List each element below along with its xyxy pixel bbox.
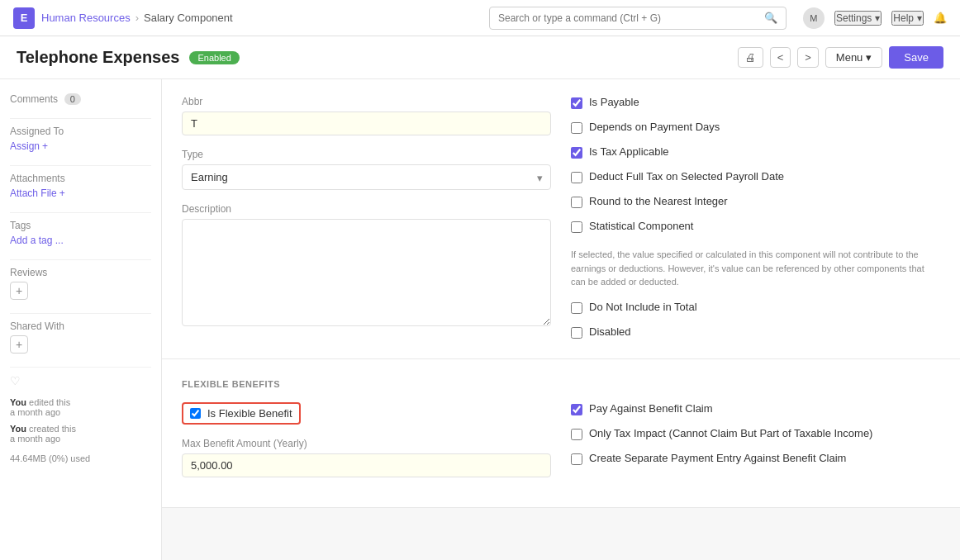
is-flexible-benefit-checkbox[interactable] [190,408,201,419]
flexible-benefits-checkboxes: Pay Against Benefit Claim Only Tax Impac… [571,402,940,465]
round-nearest-label: Round to the Nearest Integer [589,195,728,207]
disabled-item: Disabled [571,325,940,339]
is-payable-label: Is Payable [589,96,639,108]
add-review-button[interactable]: + [10,282,28,300]
is-tax-applicable-item: Is Tax Applicable [571,145,940,159]
only-tax-impact-item: Only Tax Impact (Cannot Claim But Part o… [571,427,940,440]
sidebar-reviews: Reviews + [10,267,151,300]
statistical-component-checkbox[interactable] [571,221,582,233]
max-benefit-label: Max Benefit Amount (Yearly) [182,438,551,449]
type-select-wrapper: Earning Deduction Others ▾ [182,164,551,190]
max-benefit-input[interactable] [182,453,551,477]
statistical-component-note: If selected, the value specified or calc… [571,248,940,289]
abbr-label: Abbr [182,96,551,107]
flexible-benefits-columns: Is Flexible Benefit Max Benefit Amount (… [182,402,940,491]
flexible-benefits-left: Is Flexible Benefit Max Benefit Amount (… [182,402,551,491]
print-button[interactable]: 🖨 [738,47,763,68]
notifications-icon[interactable]: 🔔 [934,12,947,24]
edited-meta: You edited this a month ago [10,397,151,417]
is-payable-checkbox[interactable] [571,97,582,109]
only-tax-impact-label: Only Tax Impact (Cannot Claim But Part o… [589,427,872,439]
abbr-input[interactable] [182,112,551,135]
is-flexible-benefit-group: Is Flexible Benefit [182,402,551,425]
search-bar[interactable]: 🔍 [489,7,787,30]
type-group: Type Earning Deduction Others ▾ [182,149,551,190]
do-not-include-item: Do Not Include in Total [571,301,940,314]
save-button[interactable]: Save [889,46,943,69]
breadcrumb-salary: Salary Component [144,12,233,24]
header-actions: 🖨 < > Menu ▾ Save [738,46,943,69]
attachments-label: Attachments [10,173,151,184]
create-separate-payment-item: Create Separate Payment Entry Against Be… [571,452,940,465]
menu-button[interactable]: Menu ▾ [825,47,883,68]
abbr-group: Abbr [182,96,551,135]
avatar: M [803,7,825,29]
statistical-component-label: Statistical Component [589,220,693,232]
disabled-label: Disabled [589,325,631,338]
storage-meta: 44.64MB (0%) used [10,453,151,463]
flexible-benefits-card: FLEXIBLE BENEFITS Is Flexible Benefit Ma… [162,359,960,508]
comments-label: Comments [10,93,58,105]
reviews-label: Reviews [10,267,151,278]
add-tag-button[interactable]: Add a tag ... [10,235,151,246]
sidebar-attachments: Attachments Attach File+ [10,173,151,199]
help-button[interactable]: Help ▾ [891,11,924,26]
comments-count: 0 [64,93,81,105]
nav-actions: M Settings ▾ Help ▾ 🔔 [803,7,947,29]
app-icon: E [13,7,35,29]
is-flexible-benefit-label: Is Flexible Benefit [207,407,292,420]
depends-payment-days-item: Depends on Payment Days [571,121,940,134]
next-button[interactable]: > [797,47,819,68]
do-not-include-checkbox[interactable] [571,302,582,314]
checkbox-group: Is Payable Depends on Payment Days Is Ta… [571,96,940,339]
flexible-benefits-header: FLEXIBLE BENEFITS [182,376,940,389]
flexible-benefits-right: Pay Against Benefit Claim Only Tax Impac… [571,402,940,491]
assign-button[interactable]: Assign+ [10,140,151,152]
sidebar-comments: Comments 0 [10,93,151,105]
sidebar-assigned-to: Assigned To Assign+ [10,126,151,152]
created-meta: You created this a month ago [10,424,151,444]
form-columns: Abbr Type Earning Deduction Others ▾ [182,96,940,342]
breadcrumb-hr[interactable]: Human Resources [41,12,131,24]
tags-label: Tags [10,220,151,231]
only-tax-impact-checkbox[interactable] [571,429,582,440]
type-label: Type [182,149,551,160]
deduct-full-tax-label: Deduct Full Tax on Selected Payroll Date [589,170,784,183]
sidebar-tags: Tags Add a tag ... [10,220,151,246]
pay-against-benefit-label: Pay Against Benefit Claim [589,402,713,415]
attach-file-button[interactable]: Attach File+ [10,187,151,199]
main-form-card: Abbr Type Earning Deduction Others ▾ [162,79,960,359]
do-not-include-label: Do Not Include in Total [589,301,697,313]
round-nearest-checkbox[interactable] [571,197,582,208]
assigned-to-label: Assigned To [10,126,151,137]
statistical-component-item: Statistical Component [571,220,940,233]
prev-button[interactable]: < [770,47,791,68]
add-shared-button[interactable]: + [10,335,28,354]
create-separate-payment-label: Create Separate Payment Entry Against Be… [589,452,846,464]
form-left-column: Abbr Type Earning Deduction Others ▾ [182,96,551,342]
search-icon: 🔍 [764,12,777,24]
type-select[interactable]: Earning Deduction Others [182,164,551,190]
pay-against-benefit-checkbox[interactable] [571,404,582,415]
deduct-full-tax-checkbox[interactable] [571,172,582,183]
top-nav: E Human Resources › Salary Component 🔍 M… [0,0,960,36]
depends-payment-days-checkbox[interactable] [571,122,582,134]
shared-with-label: Shared With [10,320,151,332]
sidebar: Comments 0 Assigned To Assign+ Attachmen… [0,79,162,560]
sidebar-shared-with: Shared With + [10,320,151,354]
create-separate-payment-checkbox[interactable] [571,453,582,465]
settings-button[interactable]: Settings ▾ [834,11,882,26]
content: Abbr Type Earning Deduction Others ▾ [162,79,960,560]
is-tax-applicable-checkbox[interactable] [571,147,582,159]
status-badge: Enabled [189,51,239,64]
search-input[interactable] [498,12,759,24]
disabled-checkbox[interactable] [571,327,582,339]
description-label: Description [182,203,551,215]
main-layout: Comments 0 Assigned To Assign+ Attachmen… [0,79,960,560]
is-flexible-benefit-highlight: Is Flexible Benefit [182,402,301,425]
description-textarea[interactable] [182,219,551,326]
deduct-full-tax-item: Deduct Full Tax on Selected Payroll Date [571,170,940,183]
round-nearest-item: Round to the Nearest Integer [571,195,940,208]
description-group: Description [182,203,551,329]
heart-icon[interactable]: ♡ [10,374,151,387]
